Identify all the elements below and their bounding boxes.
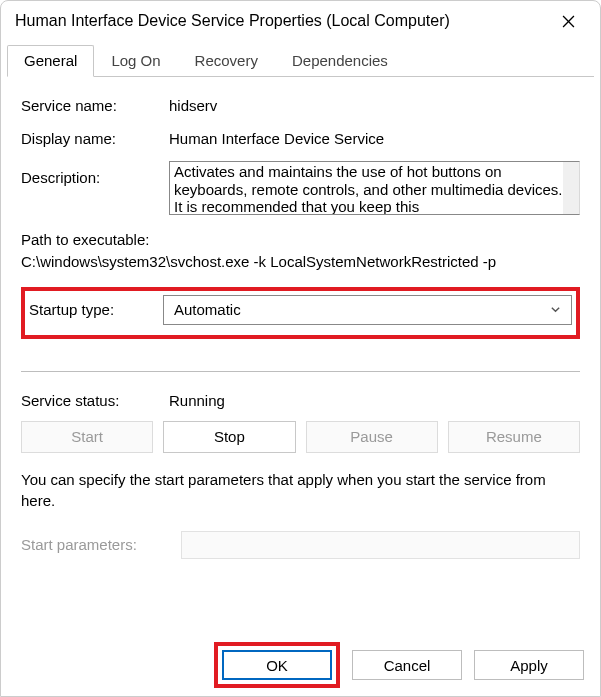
close-button[interactable]	[550, 7, 586, 35]
service-name-value: hidserv	[169, 95, 580, 114]
tab-general[interactable]: General	[7, 45, 94, 77]
path-value: C:\windows\system32\svchost.exe -k Local…	[21, 251, 580, 273]
tab-strip: General Log On Recovery Dependencies	[1, 45, 600, 77]
ok-highlight: OK	[214, 642, 340, 688]
description-label: Description:	[21, 161, 169, 186]
start-button: Start	[21, 421, 153, 453]
properties-dialog: Human Interface Device Service Propertie…	[0, 0, 601, 697]
stop-button[interactable]: Stop	[163, 421, 295, 453]
chevron-down-icon	[550, 301, 561, 318]
display-name-value: Human Interface Device Service	[169, 128, 580, 147]
cancel-button[interactable]: Cancel	[352, 650, 462, 680]
startup-type-select[interactable]: Automatic	[163, 295, 572, 325]
service-status-value: Running	[169, 390, 580, 409]
tab-content-general: Service name: hidserv Display name: Huma…	[1, 77, 600, 577]
path-label: Path to executable:	[21, 229, 580, 251]
startup-type-value: Automatic	[174, 301, 241, 318]
tab-dependencies[interactable]: Dependencies	[275, 45, 405, 77]
service-name-label: Service name:	[21, 95, 169, 114]
start-params-hint: You can specify the start parameters tha…	[21, 469, 580, 511]
start-params-label: Start parameters:	[21, 536, 181, 553]
titlebar: Human Interface Device Service Propertie…	[1, 1, 600, 45]
description-text: Activates and maintains the use of hot b…	[174, 163, 563, 215]
description-scrollbar[interactable]	[563, 162, 579, 214]
apply-button[interactable]: Apply	[474, 650, 584, 680]
start-params-input	[181, 531, 580, 559]
startup-type-label: Startup type:	[29, 301, 163, 318]
resume-button: Resume	[448, 421, 580, 453]
startup-type-highlight: Startup type: Automatic	[21, 287, 580, 339]
window-title: Human Interface Device Service Propertie…	[15, 12, 450, 30]
dialog-footer: OK Cancel Apply	[1, 632, 600, 696]
close-icon	[562, 15, 575, 28]
description-box[interactable]: Activates and maintains the use of hot b…	[169, 161, 580, 215]
separator	[21, 371, 580, 372]
tab-log-on[interactable]: Log On	[94, 45, 177, 77]
ok-button[interactable]: OK	[222, 650, 332, 680]
display-name-label: Display name:	[21, 128, 169, 147]
tab-recovery[interactable]: Recovery	[178, 45, 275, 77]
pause-button: Pause	[306, 421, 438, 453]
service-status-label: Service status:	[21, 390, 169, 409]
